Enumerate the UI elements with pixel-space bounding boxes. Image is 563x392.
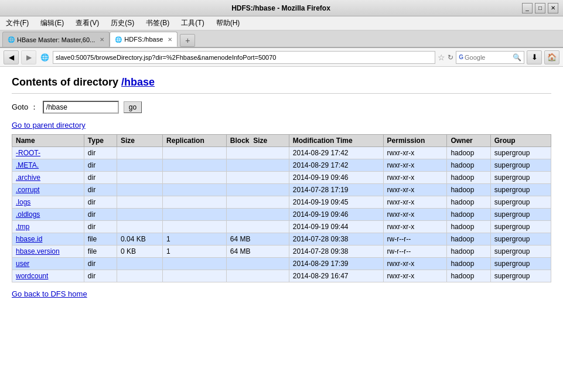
- cell-permission: rwxr-xr-x: [383, 196, 447, 209]
- cell-permission: rw-r--r--: [383, 246, 447, 258]
- title-bar: HDFS:/hbase - Mozilla Firefox _ □ ✕: [0, 0, 563, 16]
- address-input[interactable]: [53, 51, 435, 64]
- cell-replication: 1: [163, 233, 227, 246]
- forward-button[interactable]: ▶: [21, 50, 36, 64]
- cell-block-size: [226, 147, 289, 159]
- page-title-path[interactable]: /hbase: [121, 76, 155, 88]
- goto-label: Goto ：: [12, 102, 38, 113]
- cell-mod-time: 2014-09-19 09:46: [289, 209, 383, 221]
- cell-size: [117, 147, 163, 159]
- file-link[interactable]: user: [16, 260, 29, 268]
- col-mod-time: Modification Time: [289, 135, 383, 147]
- tab-close-hbase-master[interactable]: ✕: [100, 36, 104, 43]
- menu-history[interactable]: 历史(S): [107, 17, 138, 29]
- cell-replication: [163, 270, 227, 282]
- menu-edit[interactable]: 编辑(E): [37, 17, 67, 29]
- tab-close-hdfs-hbase[interactable]: ✕: [168, 36, 172, 43]
- cell-replication: [163, 172, 227, 184]
- table-row: hbase.versionfile0 KB164 MB2014-07-28 09…: [12, 246, 551, 258]
- window-title: HDFS:/hbase - Mozilla Firefox: [40, 4, 522, 12]
- cell-replication: [163, 159, 227, 172]
- cell-group: supergroup: [490, 209, 551, 221]
- cell-type: file: [84, 233, 117, 246]
- file-link[interactable]: .META.: [16, 161, 39, 169]
- cell-permission: rwxr-xr-x: [383, 172, 447, 184]
- menu-view[interactable]: 查看(V): [72, 17, 103, 29]
- cell-block-size: [226, 184, 289, 196]
- download-button[interactable]: ⬇: [527, 50, 542, 64]
- cell-name: .tmp: [12, 221, 84, 233]
- cell-group: supergroup: [490, 196, 551, 209]
- cell-name: .corrupt: [12, 184, 84, 196]
- refresh-icon[interactable]: ↻: [448, 53, 453, 62]
- menu-help[interactable]: 帮助(H): [213, 17, 244, 29]
- cell-name: wordcount: [12, 270, 84, 282]
- back-button[interactable]: ◀: [4, 50, 19, 64]
- file-link[interactable]: .oldlogs: [16, 210, 40, 219]
- table-header-row: Name Type Size Replication Block Size Mo…: [12, 135, 551, 147]
- search-input[interactable]: [465, 54, 511, 61]
- file-link[interactable]: hbase.version: [16, 247, 60, 255]
- cell-size: 0.04 KB: [117, 233, 163, 246]
- file-link[interactable]: .archive: [16, 173, 40, 182]
- cell-name: .logs: [12, 196, 84, 209]
- goto-input[interactable]: [43, 101, 119, 114]
- cell-type: dir: [84, 172, 117, 184]
- cell-replication: [163, 184, 227, 196]
- file-link[interactable]: .logs: [16, 198, 30, 206]
- cell-owner: hadoop: [447, 221, 490, 233]
- col-replication: Replication: [163, 135, 227, 147]
- table-row: userdir2014-08-29 17:39rwxr-xr-xhadoopsu…: [12, 258, 551, 270]
- cell-type: dir: [84, 159, 117, 172]
- minimize-button[interactable]: _: [522, 3, 533, 13]
- file-link[interactable]: .corrupt: [16, 186, 40, 194]
- cell-name: user: [12, 258, 84, 270]
- dfs-home-link[interactable]: Go back to DFS home: [12, 289, 87, 298]
- menu-tools[interactable]: 工具(T): [178, 17, 207, 29]
- cell-replication: [163, 209, 227, 221]
- cell-type: dir: [84, 258, 117, 270]
- file-link[interactable]: hbase.id: [16, 235, 42, 243]
- cell-owner: hadoop: [447, 147, 490, 159]
- file-link[interactable]: -ROOT-: [16, 149, 40, 157]
- main-content: Contents of directory /hbase Goto ： go G…: [0, 67, 563, 392]
- tab-icon-hbase: 🌐: [8, 36, 15, 43]
- tab-bar: 🌐 HBase Master: Master,60... ✕ 🌐 HDFS:/h…: [0, 30, 563, 48]
- maximize-button[interactable]: □: [535, 3, 545, 13]
- cell-mod-time: 2014-07-28 17:19: [289, 184, 383, 196]
- menu-bookmarks[interactable]: 书签(B): [142, 17, 173, 29]
- table-row: .logsdir2014-09-19 09:45rwxr-xr-xhadoops…: [12, 196, 551, 209]
- home-button[interactable]: 🏠: [544, 50, 559, 64]
- col-size: Size: [117, 135, 163, 147]
- window-controls[interactable]: _ □ ✕: [522, 3, 558, 13]
- cell-size: [117, 270, 163, 282]
- page-title-prefix: Contents of directory: [12, 76, 121, 88]
- cell-size: [117, 184, 163, 196]
- cell-mod-time: 2014-07-28 09:38: [289, 233, 383, 246]
- cell-block-size: [226, 172, 289, 184]
- cell-mod-time: 2014-09-19 09:45: [289, 196, 383, 209]
- new-tab-button[interactable]: +: [180, 34, 195, 47]
- cell-size: [117, 258, 163, 270]
- bookmark-star-icon[interactable]: ☆: [438, 53, 445, 62]
- cell-size: [117, 221, 163, 233]
- tab-hbase-master[interactable]: 🌐 HBase Master: Master,60... ✕: [2, 32, 110, 47]
- cell-owner: hadoop: [447, 172, 490, 184]
- cell-permission: rwxr-xr-x: [383, 147, 447, 159]
- page-title: Contents of directory /hbase: [12, 76, 551, 88]
- parent-directory-link[interactable]: Go to parent directory: [12, 121, 551, 129]
- cell-group: supergroup: [490, 270, 551, 282]
- search-icon[interactable]: 🔍: [513, 53, 521, 62]
- goto-button[interactable]: go: [124, 101, 142, 113]
- menu-file[interactable]: 文件(F): [2, 17, 32, 29]
- cell-owner: hadoop: [447, 233, 490, 246]
- file-link[interactable]: wordcount: [16, 272, 48, 280]
- cell-permission: rwxr-xr-x: [383, 184, 447, 196]
- cell-block-size: 64 MB: [226, 233, 289, 246]
- cell-owner: hadoop: [447, 184, 490, 196]
- file-link[interactable]: .tmp: [16, 223, 29, 231]
- col-block-size: Block Size: [226, 135, 289, 147]
- cell-type: dir: [84, 147, 117, 159]
- tab-hdfs-hbase[interactable]: 🌐 HDFS:/hbase ✕: [110, 32, 178, 47]
- close-button[interactable]: ✕: [548, 3, 558, 13]
